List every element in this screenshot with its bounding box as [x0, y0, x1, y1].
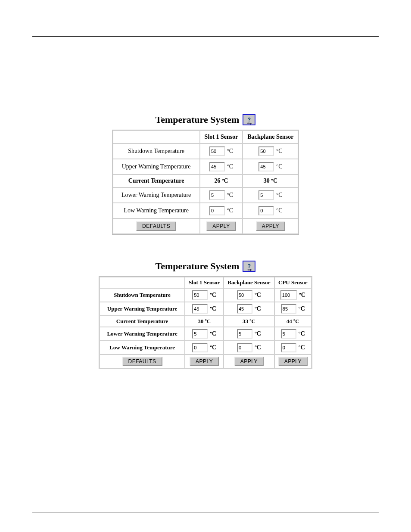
upperwarn-cpu-input[interactable] [281, 304, 296, 314]
row-upperwarn-label: Upper Warning Temperature [100, 302, 184, 315]
row-lowerwarn-label: Lower Warning Temperature [113, 188, 199, 202]
unit-label: ºC [210, 292, 216, 298]
lowwarn-slot1-input-2[interactable] [192, 343, 208, 352]
unit-label: ºC [255, 305, 261, 312]
apply-slot1-button[interactable]: APPLY [206, 221, 236, 231]
col-cpu-sensor: CPU Sensor [275, 277, 311, 288]
shutdown-backplane-input[interactable] [258, 146, 274, 156]
col-slot1-sensor: Slot 1 Sensor [200, 131, 243, 143]
lowwarn-backplane-input-2[interactable] [237, 343, 252, 352]
blank-header [113, 131, 199, 143]
upperwarn-slot1-input-2[interactable] [192, 304, 208, 314]
unit-label: ºC [227, 148, 233, 154]
unit-label: ºC [227, 163, 233, 170]
unit-label: ºC [277, 148, 283, 154]
panel-title-2: Temperature System [156, 261, 240, 272]
lowwarn-slot1-input[interactable] [209, 206, 225, 215]
unit-label: ºC [255, 292, 261, 298]
unit-label: ºC [255, 330, 261, 337]
unit-label: ºC [299, 305, 305, 312]
upperwarn-backplane-input-2[interactable] [237, 304, 252, 314]
unit-label: ºC [255, 344, 261, 351]
unit-label: ºC [227, 192, 233, 198]
current-slot1-value-2: 30 ºC [185, 316, 223, 327]
col-slot1-sensor: Slot 1 Sensor [185, 277, 223, 288]
apply-cpu-button[interactable]: APPLY [278, 357, 308, 366]
unit-label: ºC [210, 330, 216, 337]
unit-label: ºC [299, 344, 305, 351]
unit-label: ºC [277, 163, 283, 170]
row-upperwarn-label: Upper Warning Temperature [113, 159, 199, 174]
unit-label: ºC [299, 330, 305, 337]
lowwarn-cpu-input[interactable] [281, 343, 296, 352]
apply-backplane-button-2[interactable]: APPLY [234, 357, 264, 366]
temperature-table-1: Slot 1 Sensor Backplane Sensor Shutdown … [112, 130, 299, 235]
unit-label: ºC [210, 344, 216, 351]
temperature-table-2: Slot 1 Sensor Backplane Sensor CPU Senso… [99, 276, 312, 369]
shutdown-slot1-input[interactable] [209, 146, 225, 156]
row-shutdown-label: Shutdown Temperature [100, 289, 184, 302]
row-current-label: Current Temperature [113, 175, 199, 187]
col-backplane-sensor: Backplane Sensor [243, 131, 298, 143]
apply-backplane-button[interactable]: APPLY [256, 221, 285, 231]
upperwarn-backplane-input[interactable] [258, 162, 274, 171]
current-slot1-value: 26 ºC [200, 175, 243, 187]
defaults-button-2[interactable]: DEFAULTS [122, 357, 162, 366]
unit-label: ºC [299, 292, 305, 298]
help-icon[interactable]: ? [243, 114, 255, 125]
lowwarn-backplane-input[interactable] [258, 206, 274, 215]
current-cpu-value: 44 ºC [275, 316, 311, 327]
temperature-panel-2: Temperature System ? Slot 1 Sensor Backp… [32, 261, 379, 369]
row-shutdown-label: Shutdown Temperature [113, 144, 199, 159]
current-backplane-value-2: 33 ºC [224, 316, 274, 327]
row-lowwarn-label: Low Warning Temperature [100, 341, 184, 354]
help-icon[interactable]: ? [243, 261, 255, 272]
unit-label: ºC [277, 192, 283, 198]
blank-header [100, 277, 184, 288]
upperwarn-slot1-input[interactable] [209, 162, 225, 171]
unit-label: ºC [277, 207, 283, 214]
lowerwarn-backplane-input[interactable] [258, 190, 274, 200]
page-header [32, 17, 379, 37]
page: Temperature System ? Slot 1 Sensor Backp… [0, 0, 411, 532]
current-backplane-value: 30 ºC [243, 175, 298, 187]
lowerwarn-cpu-input[interactable] [281, 329, 296, 339]
temperature-panel-1: Temperature System ? Slot 1 Sensor Backp… [32, 114, 379, 235]
row-current-label: Current Temperature [100, 316, 184, 327]
lowerwarn-slot1-input[interactable] [209, 190, 225, 200]
panel-title-1: Temperature System [156, 114, 240, 125]
row-lowerwarn-label: Lower Warning Temperature [100, 327, 184, 340]
lowerwarn-slot1-input-2[interactable] [192, 329, 208, 339]
lowerwarn-backplane-input-2[interactable] [237, 329, 252, 339]
shutdown-cpu-input[interactable] [280, 290, 297, 300]
shutdown-backplane-input-2[interactable] [237, 290, 252, 300]
row-lowwarn-label: Low Warning Temperature [113, 203, 199, 218]
unit-label: ºC [227, 207, 233, 214]
page-footer [32, 513, 379, 515]
apply-slot1-button-2[interactable]: APPLY [190, 357, 219, 366]
defaults-button[interactable]: DEFAULTS [136, 221, 176, 231]
unit-label: ºC [210, 305, 216, 312]
shutdown-slot1-input-2[interactable] [192, 290, 208, 300]
col-backplane-sensor: Backplane Sensor [224, 277, 274, 288]
